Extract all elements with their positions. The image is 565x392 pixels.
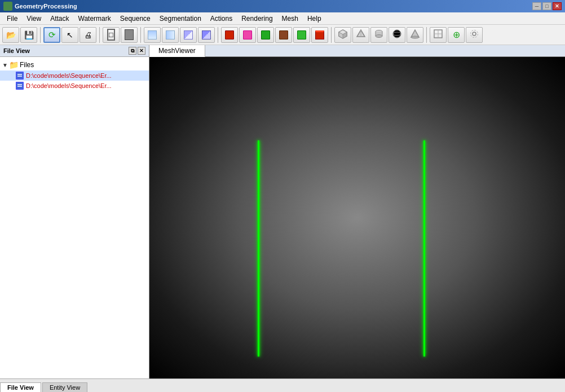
view3d-1-button[interactable] (334, 27, 351, 43)
minimize-button[interactable]: ─ (532, 2, 541, 10)
tree-root-files[interactable]: ▼ 📁 Files (0, 59, 149, 71)
shape-wire-button[interactable]: □ (103, 27, 120, 43)
refresh-icon: ⟳ (48, 30, 56, 40)
select-button[interactable]: ↖ (61, 27, 78, 43)
wire-icon: □ (107, 29, 115, 41)
menu-actions[interactable]: Actions (206, 14, 237, 24)
folder-icon: 📁 (9, 60, 19, 69)
file-tree: ▼ 📁 Files D:\code\models\Sequence\Er... (0, 57, 149, 378)
plane-v-button[interactable] (162, 27, 179, 43)
cube-pink-button[interactable] (239, 27, 256, 43)
restore-button[interactable]: □ (542, 2, 551, 10)
svg-point-15 (411, 36, 419, 38)
cylinder-icon (374, 29, 384, 41)
cube-red-icon (225, 30, 234, 39)
window-controls: ─ □ ✕ (532, 2, 562, 10)
view3d-5-button[interactable] (407, 27, 423, 43)
file-icon-2 (16, 82, 24, 90)
cube-red2-button[interactable] (311, 27, 328, 43)
plane-h-icon (148, 30, 157, 39)
add-button[interactable]: ⊕ (448, 27, 465, 43)
save-button[interactable]: 💾 (20, 27, 37, 43)
panel-close-button[interactable]: ✕ (138, 47, 145, 55)
menu-help[interactable]: Help (303, 14, 326, 24)
color2-icon (202, 30, 211, 39)
view3d-4-button[interactable] (389, 27, 405, 43)
extra-1-button[interactable] (430, 27, 447, 43)
cube-green-icon (261, 30, 270, 39)
menu-file[interactable]: File (2, 14, 22, 24)
color1-button[interactable] (180, 27, 197, 43)
svg-point-20 (471, 30, 478, 38)
separator-1 (40, 27, 41, 43)
solid-icon: ■ (125, 29, 134, 40)
cube-red-button[interactable] (221, 27, 238, 43)
menu-sequence[interactable]: Sequence (116, 14, 155, 24)
separator-4 (218, 27, 218, 43)
menu-rendering[interactable]: Rendering (237, 14, 277, 24)
tree-expand-icon: ▼ (2, 62, 8, 68)
title-bar: GeometryProcessing ─ □ ✕ (0, 0, 565, 12)
view3d-3-button[interactable] (370, 27, 387, 43)
separator-5 (331, 27, 332, 43)
mesh-viewer: MeshViewer (149, 45, 565, 378)
cube-green-button[interactable] (257, 27, 274, 43)
gear-icon (469, 29, 479, 41)
settings-button[interactable] (466, 27, 483, 43)
menu-mesh[interactable]: Mesh (277, 14, 303, 24)
file-panel-header: File View ⧉ ✕ (0, 45, 149, 57)
cube-dark-icon (279, 30, 288, 39)
plane-h-button[interactable] (144, 27, 161, 43)
svg-point-8 (376, 35, 382, 38)
cube-dark-button[interactable] (275, 27, 292, 43)
open-icon: 📂 (6, 30, 16, 39)
separator-3 (140, 27, 141, 43)
file-label-2: D:\code\models\Sequence\Er... (26, 82, 112, 89)
svg-rect-21 (16, 72, 23, 79)
menu-attack[interactable]: Attack (46, 14, 73, 24)
menu-view[interactable]: View (22, 14, 46, 24)
prism-icon (356, 29, 366, 41)
cube-green2-button[interactable] (293, 27, 310, 43)
svg-rect-24 (16, 82, 23, 89)
select-icon: ↖ (67, 30, 73, 39)
view3d-2-button[interactable] (352, 27, 369, 43)
tab-entity-view[interactable]: Entity View (42, 382, 87, 392)
tree-file-2[interactable]: D:\code\models\Sequence\Er... (0, 81, 149, 91)
shape-solid-button[interactable]: ■ (121, 27, 138, 43)
file-icon-1 (16, 72, 24, 80)
plus-circle-icon: ⊕ (453, 29, 460, 40)
menu-watermark[interactable]: Watermark (74, 14, 116, 24)
cube-green2-icon (297, 30, 306, 39)
tree-file-1[interactable]: D:\code\models\Sequence\Er... (0, 71, 149, 81)
panel-header-controls: ⧉ ✕ (129, 47, 145, 55)
cube-pink-icon (243, 30, 252, 39)
panel-float-button[interactable]: ⧉ (129, 47, 136, 55)
open-button[interactable]: 📂 (2, 27, 19, 43)
plane-v-icon (166, 30, 175, 39)
separator-6 (426, 27, 427, 43)
app-icon (3, 2, 12, 11)
meshviewer-tab[interactable]: MeshViewer (149, 45, 205, 57)
viewer-tab-bar: MeshViewer (149, 45, 565, 57)
toolbar: 📂 💾 ⟳ ↖ 🖨 □ ■ (0, 25, 565, 45)
tab-file-view[interactable]: File View (0, 382, 41, 392)
viewer-canvas[interactable] (149, 57, 565, 378)
menu-segmentation[interactable]: Segmentation (155, 14, 206, 24)
main-layout: File View ⧉ ✕ ▼ 📁 Files D:\ (0, 45, 565, 378)
grid-icon (433, 29, 443, 41)
color1-icon (184, 30, 193, 39)
refresh-button[interactable]: ⟳ (43, 27, 60, 43)
menu-bar: File View Attack Watermark Sequence Segm… (0, 12, 565, 25)
window-title: GeometryProcessing (15, 3, 532, 10)
color2-button[interactable] (198, 27, 215, 43)
print-icon: 🖨 (84, 30, 92, 39)
close-button[interactable]: ✕ (553, 2, 562, 10)
green-line-1 (258, 140, 259, 356)
print-button[interactable]: 🖨 (80, 27, 96, 43)
bottom-tab-bar: File View Entity View (0, 378, 565, 392)
file-panel: File View ⧉ ✕ ▼ 📁 Files D:\ (0, 45, 149, 378)
svg-point-19 (473, 32, 476, 36)
separator-2 (99, 27, 100, 43)
save-icon: 💾 (24, 30, 34, 39)
